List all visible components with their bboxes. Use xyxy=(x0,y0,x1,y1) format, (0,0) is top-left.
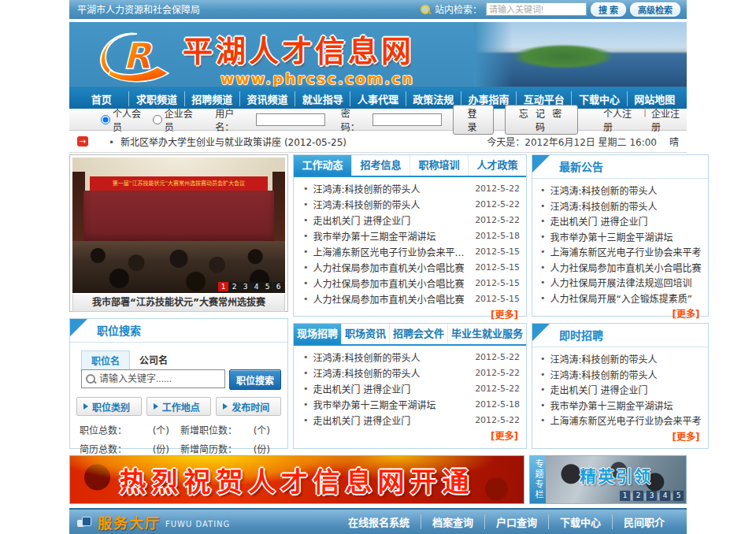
news-title-link[interactable]: 人力社保局参加市直机关小合唱比赛 xyxy=(313,292,471,306)
photo-caption[interactable]: 我市部署“江苏技能状元”大赛常州选拔赛 xyxy=(72,295,285,312)
news-title-link[interactable]: 汪鸿涛:科技创新的带头人 xyxy=(313,182,471,195)
tab-talent-policy[interactable]: 人才政策 xyxy=(468,155,526,176)
list-item[interactable]: 上海浦东新区光电子行业协会来平考 xyxy=(539,413,702,428)
special-page-4[interactable]: 4 xyxy=(660,491,670,501)
tab-job-name[interactable]: 职位名 xyxy=(81,350,130,369)
list-item[interactable]: 汪鸿涛:科技创新的带头人 xyxy=(539,198,702,214)
news-item[interactable]: 人力社保局参加市直机关小合唱比赛2012-5-15 xyxy=(300,259,520,275)
tab-career-news[interactable]: 职场资讯 xyxy=(341,324,389,344)
username-input[interactable] xyxy=(256,113,325,126)
password-input[interactable] xyxy=(372,113,442,126)
list-item[interactable]: 汪鸿涛:科技创新的带头人 xyxy=(539,183,702,198)
ticker-headline[interactable]: 新北区举办大学生创业与就业政策讲座 (2012-05-25) xyxy=(109,135,346,148)
personal-radio[interactable] xyxy=(101,115,110,124)
special-page-5[interactable]: 5 xyxy=(673,491,684,501)
tab-onsite-recruit[interactable]: 现场招聘 xyxy=(294,324,341,344)
forgot-password-button[interactable]: 忘 记 密 码 xyxy=(505,105,578,135)
notice-link[interactable]: 人力社保局开展法律法规巡回培训 xyxy=(550,276,692,289)
link-download-center[interactable]: 下载中心 xyxy=(548,514,612,529)
news-item[interactable]: 汪鸿涛:科技创新的带头人2012-5-22 xyxy=(300,196,520,212)
nav-item-policy[interactable]: 政策法规 xyxy=(406,91,461,106)
recruit-link[interactable]: 走出机关门 进得企业门 xyxy=(550,383,648,396)
special-page-1[interactable]: 1 xyxy=(620,491,630,501)
job-search-button[interactable]: 职位搜索 xyxy=(229,369,281,390)
news-item[interactable]: 汪鸿涛:科技创新的带头人2012-5-22 xyxy=(300,349,520,365)
site-logo[interactable]: R 平湖人才信息网 www.phrcsc.com.cn xyxy=(99,27,414,87)
link-hukou-query[interactable]: 户口查询 xyxy=(484,514,548,529)
slide-page-5[interactable]: 5 xyxy=(262,282,272,291)
member-type-personal[interactable]: 个人会员 xyxy=(101,106,148,133)
news-item[interactable]: 上海浦东新区光电子行业协会来平考察2012-5-15 xyxy=(300,243,520,259)
recruit-link[interactable]: 我市举办第十三期金平湖讲坛 xyxy=(550,399,673,412)
keyword-search-box[interactable] xyxy=(81,369,225,388)
news-item[interactable]: 我市举办第十三期金平湖讲坛2012-5-18 xyxy=(300,228,520,243)
notice-link[interactable]: 我市举办第十三期金平湖讲坛 xyxy=(550,230,673,243)
filter-publish-time[interactable]: 发布时间 xyxy=(216,397,281,416)
filter-work-location[interactable]: 工作地点 xyxy=(146,397,212,416)
notice-link[interactable]: 汪鸿涛:科技创新的带头人 xyxy=(550,199,658,213)
nav-item-jobseek[interactable]: 求职频道 xyxy=(128,91,183,106)
nav-item-hr-agency[interactable]: 人事代理 xyxy=(350,91,405,106)
news-title-link[interactable]: 上海浦东新区光电子行业协会来平考察 xyxy=(313,245,471,258)
slide-page-2[interactable]: 2 xyxy=(229,282,239,291)
tab-jobfair-files[interactable]: 招聘会文件 xyxy=(389,324,447,344)
news-item[interactable]: 汪鸿涛:科技创新的带头人2012-5-22 xyxy=(300,180,520,196)
filter-job-category[interactable]: 职位类别 xyxy=(76,397,142,416)
member-type-company[interactable]: 企业会员 xyxy=(153,106,200,133)
nav-item-download[interactable]: 下载中心 xyxy=(571,91,626,106)
list-item[interactable]: 人力社保局开展“入企锻炼提素质” xyxy=(539,291,702,306)
more-link[interactable]: [更多] xyxy=(673,432,700,443)
news-item[interactable]: 走出机关门 进得企业门2012-5-22 xyxy=(300,412,520,428)
news-item[interactable]: 走出机关门 进得企业门2012-5-22 xyxy=(300,380,520,396)
list-item[interactable]: 走出机关门 进得企业门 xyxy=(539,382,702,398)
news-title-link[interactable]: 走出机关门 进得企业门 xyxy=(313,413,471,427)
notice-link[interactable]: 人力社保局开展“入企锻炼提素质” xyxy=(550,291,692,305)
news-title-link[interactable]: 人力社保局参加市直机关小合唱比赛 xyxy=(313,261,471,274)
nav-item-news[interactable]: 资讯频道 xyxy=(239,91,295,106)
news-item[interactable]: 人力社保局参加市直机关小合唱比赛2012-5-15 xyxy=(300,291,520,306)
special-column-banner[interactable]: 专题专栏 精英引领 1| 2| 3| 4| 5 xyxy=(529,455,687,504)
list-item[interactable]: 人力社保局开展法律法规巡回培训 xyxy=(539,275,702,291)
celebration-banner[interactable]: 热烈祝贺人才信息网开通 xyxy=(69,455,524,504)
more-link[interactable]: [更多] xyxy=(673,309,700,320)
slide-page-4[interactable]: 4 xyxy=(251,282,261,291)
notice-link[interactable]: 上海浦东新区光电子行业协会来平考 xyxy=(550,245,702,258)
news-title-link[interactable]: 我市举办第十三期金平湖讲坛 xyxy=(313,229,471,243)
notice-link[interactable]: 人力社保局参加市直机关小合唱比赛 xyxy=(550,261,702,274)
nav-item-interact[interactable]: 互动平台 xyxy=(516,91,571,106)
news-title-link[interactable]: 我市举办第十三期金平湖讲坛 xyxy=(313,398,471,411)
nav-item-sitemap[interactable]: 网站地图 xyxy=(627,91,682,106)
recruit-link[interactable]: 汪鸿涛:科技创新的带头人 xyxy=(550,352,658,365)
nav-item-affairs[interactable]: 办事指南 xyxy=(461,91,516,106)
news-title-link[interactable]: 汪鸿涛:科技创新的带头人 xyxy=(313,366,471,380)
list-item[interactable]: 上海浦东新区光电子行业协会来平考 xyxy=(539,244,702,260)
news-item[interactable]: 走出机关门 进得企业门2012-5-22 xyxy=(300,212,520,228)
notice-link[interactable]: 走出机关门 进得企业门 xyxy=(550,214,648,228)
list-item[interactable]: 我市举办第十三期金平湖讲坛 xyxy=(539,398,702,413)
news-item[interactable]: 人力社保局参加市直机关小合唱比赛2012-5-15 xyxy=(300,275,520,291)
list-item[interactable]: 汪鸿涛:科技创新的带头人 xyxy=(539,351,702,367)
list-item[interactable]: 汪鸿涛:科技创新的带头人 xyxy=(539,367,702,383)
news-item[interactable]: 我市举办第十三期金平湖讲坛2012-5-18 xyxy=(300,396,520,412)
news-item[interactable]: 汪鸿涛:科技创新的带头人2012-5-22 xyxy=(300,365,520,380)
news-title-link[interactable]: 汪鸿涛:科技创新的带头人 xyxy=(313,198,471,211)
tab-work-news[interactable]: 工作动态 xyxy=(294,155,351,176)
list-item[interactable]: 人力社保局参加市直机关小合唱比赛 xyxy=(539,260,702,276)
keyword-input[interactable] xyxy=(99,373,221,384)
news-title-link[interactable]: 走出机关门 进得企业门 xyxy=(313,213,471,227)
link-private-agency[interactable]: 民间职介 xyxy=(612,514,676,529)
list-item[interactable]: 走出机关门 进得企业门 xyxy=(539,213,702,229)
slide-page-6[interactable]: 6 xyxy=(273,282,284,291)
search-button[interactable]: 搜 索 xyxy=(591,2,626,17)
notice-link[interactable]: 汪鸿涛:科技创新的带头人 xyxy=(550,184,658,197)
nav-item-recruit[interactable]: 招聘频道 xyxy=(184,91,239,106)
news-title-link[interactable]: 走出机关门 进得企业门 xyxy=(313,382,471,395)
advanced-search-button[interactable]: 高级检索 xyxy=(630,2,680,17)
list-item[interactable]: 我市举办第十三期金平湖讲坛 xyxy=(539,229,702,245)
special-page-2[interactable]: 2 xyxy=(633,491,643,501)
slide-page-3[interactable]: 3 xyxy=(240,282,250,291)
tab-exam-info[interactable]: 招考信息 xyxy=(351,155,410,176)
site-url[interactable]: www.phrcsc.com.cn xyxy=(183,70,414,87)
personal-register-link[interactable]: 个人注册 xyxy=(603,106,639,133)
nav-item-guidance[interactable]: 就业指导 xyxy=(295,91,350,106)
